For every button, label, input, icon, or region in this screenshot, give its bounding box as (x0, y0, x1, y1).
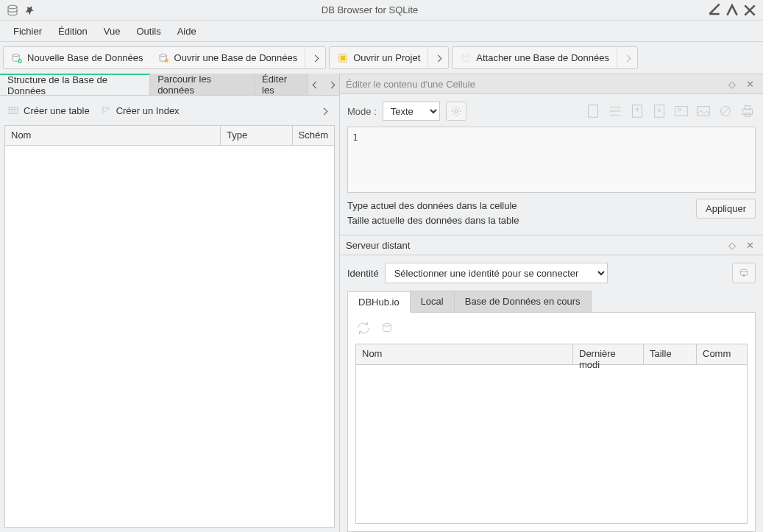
cell-content-textarea[interactable]: 1 (347, 127, 756, 193)
attach-database-dropdown (617, 47, 637, 68)
remote-header: Serveur distant ◇ ✕ (340, 235, 763, 255)
menu-edit[interactable]: Édition (51, 23, 95, 40)
identity-select[interactable]: Sélectionner une identité pour se connec… (385, 263, 608, 283)
left-pane: Structure de la Base de Données Parcouri… (0, 74, 340, 532)
remote-content: Nom Dernière modi Taille Comm (347, 313, 756, 532)
svg-rect-7 (9, 107, 18, 113)
tab-structure[interactable]: Structure de la Base de Données (0, 74, 150, 95)
create-table-label: Créer une table (24, 105, 90, 116)
svg-point-9 (455, 110, 458, 113)
structure-toolbar: Créer une table Créer un Index (0, 96, 339, 125)
tab-browse[interactable]: Parcourir les données (150, 74, 255, 95)
open-project-button[interactable]: Ouvrir un Projet (330, 47, 427, 68)
database-open-icon (158, 52, 170, 64)
cell-editor-detach-icon[interactable]: ◇ (725, 77, 739, 91)
right-pane: Éditer le contenu d'une Cellule ◇ ✕ Mode… (340, 74, 763, 532)
clone-icon[interactable] (379, 320, 395, 336)
content-area: Structure de la Base de Données Parcouri… (0, 74, 763, 532)
doc-icon[interactable] (585, 103, 601, 119)
app-icon (6, 4, 19, 17)
svg-point-6 (463, 54, 469, 56)
menu-file[interactable]: Fichier (6, 23, 49, 40)
apply-button[interactable]: Appliquer (696, 199, 756, 219)
create-table-button[interactable]: Créer une table (7, 104, 90, 116)
structure-toolbar-expand[interactable] (316, 105, 332, 116)
remote-tab-current[interactable]: Base de Données en cours (454, 291, 592, 312)
cell-info: Type actuel des données dans la cellule … (347, 199, 696, 227)
svg-point-3 (160, 54, 166, 56)
upload-button[interactable] (732, 263, 756, 283)
svg-point-21 (383, 324, 391, 327)
cell-editor-close-icon[interactable]: ✕ (742, 77, 757, 91)
svg-rect-5 (341, 55, 346, 60)
menu-tools[interactable]: Outils (129, 23, 168, 40)
remote-col-modified[interactable]: Dernière modi (573, 344, 644, 364)
remote-table-header: Nom Dernière modi Taille Comm (356, 344, 747, 365)
menubar: Fichier Édition Vue Outils Aide (0, 21, 763, 41)
remote-col-comm[interactable]: Comm (697, 344, 747, 364)
image2-icon[interactable] (695, 103, 711, 119)
svg-point-20 (740, 269, 747, 272)
open-project-label: Ouvrir un Projet (353, 52, 420, 63)
column-type[interactable]: Type (221, 126, 292, 145)
tab-edit[interactable]: Éditer les (255, 74, 308, 95)
cell-editor-body: Mode : Texte 1 Type actuel de (340, 94, 763, 235)
main-toolbar: Nouvelle Base de Données Ouvrir une Base… (0, 41, 763, 74)
window-title: DB Browser for SQLite (35, 4, 704, 15)
tab-scroll-left[interactable] (308, 74, 324, 95)
menu-view[interactable]: Vue (96, 23, 128, 40)
remote-col-size[interactable]: Taille (644, 344, 697, 364)
cell-info-type: Type actuel des données dans la cellule (347, 199, 696, 213)
new-database-label: Nouvelle Base de Données (27, 52, 143, 63)
svg-point-8 (106, 107, 109, 110)
open-database-dropdown[interactable] (305, 47, 325, 68)
import-icon[interactable] (651, 103, 667, 119)
upload-icon (738, 267, 750, 279)
remote-table-body[interactable] (356, 365, 747, 483)
remote-title: Serveur distant (346, 240, 722, 251)
create-index-button[interactable]: Créer un Index (100, 104, 180, 116)
close-button[interactable] (742, 3, 757, 18)
svg-rect-17 (743, 109, 753, 114)
attach-database-button: Attacher une Base de Données (453, 47, 617, 68)
project-open-icon (337, 52, 349, 64)
mode-select[interactable]: Texte (383, 102, 440, 121)
column-name[interactable]: Nom (5, 126, 221, 145)
maximize-button[interactable] (725, 3, 739, 18)
remote-tab-local[interactable]: Local (410, 291, 455, 312)
remote-detach-icon[interactable]: ◇ (725, 238, 739, 252)
open-database-button[interactable]: Ouvrir une Base de Données (151, 47, 305, 68)
remote-tab-dbhub[interactable]: DBHub.io (347, 291, 411, 313)
gear-icon (450, 105, 462, 117)
structure-table-body[interactable] (4, 146, 335, 528)
minimize-button[interactable] (707, 3, 722, 18)
cell-editor-header: Éditer le contenu d'une Cellule ◇ ✕ (340, 74, 763, 94)
remote-body: Identité Sélectionner une identité pour … (340, 255, 763, 532)
print-icon[interactable] (739, 103, 756, 119)
open-project-dropdown[interactable] (427, 47, 448, 68)
remote-col-name[interactable]: Nom (356, 344, 573, 364)
cell-mode-row: Mode : Texte (347, 102, 756, 121)
column-schema[interactable]: Schém (293, 126, 334, 145)
cell-action-icons (585, 103, 756, 119)
svg-point-14 (678, 108, 681, 111)
remote-close-icon[interactable]: ✕ (742, 238, 757, 252)
titlebar: DB Browser for SQLite (0, 0, 763, 21)
lines-icon[interactable] (607, 103, 623, 119)
refresh-icon[interactable] (355, 320, 372, 336)
new-database-button[interactable]: Nouvelle Base de Données (4, 47, 151, 68)
svg-rect-10 (589, 105, 598, 118)
image-icon[interactable] (673, 103, 689, 119)
tab-scroll-right[interactable] (324, 74, 339, 95)
svg-rect-15 (698, 107, 710, 116)
database-new-icon (11, 52, 23, 64)
identity-row: Identité Sélectionner une identité pour … (347, 263, 756, 283)
remote-tabbar: DBHub.io Local Base de Données en cours (347, 291, 756, 313)
mode-settings-button[interactable] (446, 102, 466, 121)
left-tabbar: Structure de la Base de Données Parcouri… (0, 74, 339, 96)
export-icon[interactable] (629, 103, 645, 119)
null-icon[interactable] (717, 103, 734, 119)
structure-table-header: Nom Type Schém (4, 125, 335, 146)
open-database-label: Ouvrir une Base de Données (174, 52, 298, 63)
menu-help[interactable]: Aide (170, 23, 204, 40)
